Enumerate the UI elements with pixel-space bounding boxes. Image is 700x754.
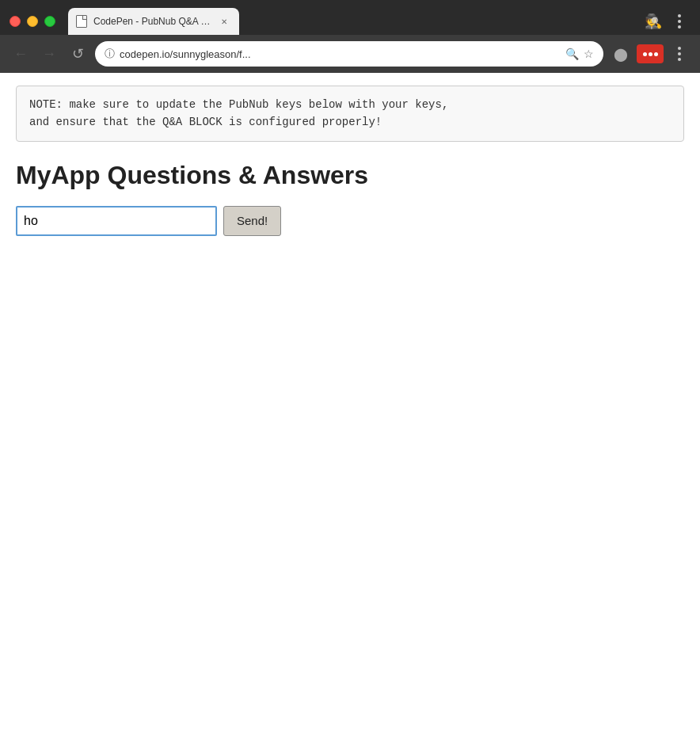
active-tab[interactable]: CodePen - PubNub Q&A UI w/ ✕ [68,8,239,35]
zoom-out-icon[interactable]: 🔍 [565,48,579,60]
back-button[interactable]: ← [10,43,32,65]
privacy-icon[interactable]: ⬤ [610,43,632,65]
page-title: MyApp Questions & Answers [16,161,684,190]
page-content: NOTE: make sure to update the PubNub key… [0,73,700,249]
tab-bar: CodePen - PubNub Q&A UI w/ ✕ [68,8,638,35]
address-bar[interactable]: ⓘ codepen.io/sunnygleason/f... 🔍 ☆ [95,41,603,67]
browser-menu-right: 🕵 [645,10,690,32]
tab-close-button[interactable]: ✕ [219,16,230,27]
incognito-icon: 🕵 [645,13,662,30]
close-window-button[interactable] [10,16,21,27]
forward-button[interactable]: → [38,43,60,65]
question-input[interactable] [16,206,217,236]
browser-menu-button[interactable] [668,10,690,32]
reload-button[interactable]: ↺ [67,43,89,65]
bookmark-icon[interactable]: ☆ [584,48,594,60]
toolbar-right: ⬤ [610,43,690,65]
note-line-2: and ensure that the Q&A BLOCK is configu… [29,116,382,128]
url-text: codepen.io/sunnygleason/f... [120,48,561,60]
note-banner: NOTE: make sure to update the PubNub key… [16,86,684,142]
title-bar: CodePen - PubNub Q&A UI w/ ✕ 🕵 [0,0,700,35]
vertical-dots-icon [678,47,681,61]
kebab-icon [678,14,681,29]
send-button[interactable]: Send! [223,206,281,236]
new-tab-area [239,8,638,35]
note-text: NOTE: make sure to update the PubNub key… [29,96,671,131]
more-options-button[interactable] [668,43,690,65]
extensions-button[interactable] [637,44,664,63]
tab-title: CodePen - PubNub Q&A UI w/ [93,16,212,27]
address-bar-row: ← → ↺ ⓘ codepen.io/sunnygleason/f... 🔍 ☆… [0,35,700,73]
info-icon: ⓘ [105,47,115,61]
minimize-window-button[interactable] [27,16,38,27]
note-line-1: NOTE: make sure to update the PubNub key… [29,98,448,111]
address-right-icons: 🔍 ☆ [565,48,594,60]
browser-chrome: CodePen - PubNub Q&A UI w/ ✕ 🕵 ← → [0,0,700,73]
traffic-lights [10,16,55,27]
input-row: Send! [16,206,684,236]
maximize-window-button[interactable] [44,16,55,27]
tab-favicon-icon [76,15,87,28]
